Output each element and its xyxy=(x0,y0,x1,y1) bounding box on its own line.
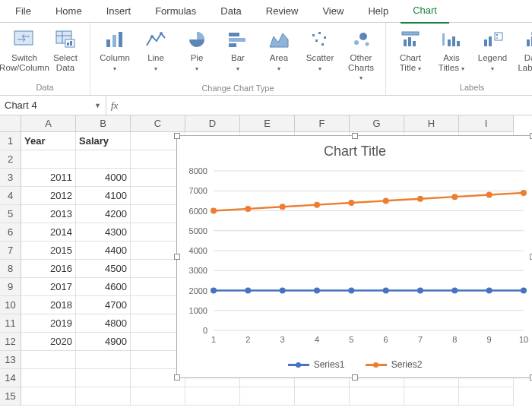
cell[interactable] xyxy=(459,387,514,406)
cell[interactable]: 2017 xyxy=(21,278,76,296)
menu-item-view[interactable]: View xyxy=(310,0,356,23)
cell[interactable]: 4100 xyxy=(76,187,131,205)
legend-button[interactable]: Legend▾ xyxy=(473,24,512,72)
column-header[interactable]: H xyxy=(404,115,459,132)
embedded-chart[interactable]: Chart Title 0100020003000400050006000700… xyxy=(176,135,532,378)
chart-type-area-button[interactable]: Area▾ xyxy=(259,24,299,82)
cell[interactable] xyxy=(350,387,404,406)
menu-item-review[interactable]: Review xyxy=(254,0,311,23)
menu-item-chart[interactable]: Chart xyxy=(401,0,449,24)
column-header[interactable]: B xyxy=(76,115,131,132)
name-box[interactable]: Chart 4 ▼ xyxy=(0,96,106,115)
cell[interactable] xyxy=(131,387,185,406)
column-header[interactable]: I xyxy=(459,115,514,132)
select-all-corner[interactable] xyxy=(0,115,21,132)
row-header[interactable]: 8 xyxy=(0,260,21,278)
cell[interactable] xyxy=(295,387,350,406)
column-header[interactable]: G xyxy=(350,115,404,132)
row-header[interactable]: 6 xyxy=(0,223,21,242)
menu-item-file[interactable]: File xyxy=(3,0,43,23)
switch-row-column-button[interactable]: SwitchRow/Column xyxy=(5,24,44,72)
chart-type-scatter-button[interactable]: Scatter▾ xyxy=(300,24,340,82)
cell[interactable]: 2015 xyxy=(21,242,76,260)
axis-titles-icon xyxy=(439,27,464,52)
cell[interactable]: 2018 xyxy=(21,296,76,314)
cell[interactable]: 2011 xyxy=(21,169,76,187)
cell[interactable] xyxy=(240,387,295,406)
row-header[interactable]: 3 xyxy=(0,169,21,187)
cell[interactable]: 2016 xyxy=(21,260,76,278)
cell[interactable]: 4600 xyxy=(76,278,131,296)
cell[interactable]: 4000 xyxy=(76,169,131,187)
row-header[interactable]: 14 xyxy=(0,369,21,387)
cell[interactable] xyxy=(76,351,131,369)
chart-title[interactable]: Chart Title xyxy=(177,136,532,164)
cell[interactable] xyxy=(21,369,76,387)
cell[interactable] xyxy=(185,387,240,406)
cell[interactable]: 4300 xyxy=(76,223,131,242)
chart-legend[interactable]: Series1 Series2 xyxy=(177,358,532,371)
cell[interactable] xyxy=(21,351,76,369)
cell[interactable]: Year xyxy=(21,132,76,150)
cell[interactable]: 4700 xyxy=(76,296,131,314)
menu-item-home[interactable]: Home xyxy=(43,0,94,23)
chart-type-other-button[interactable]: OtherCharts▾ xyxy=(341,24,381,82)
data-labels-button[interactable]: DataLabels ▾ xyxy=(514,24,532,72)
svg-point-81 xyxy=(280,204,286,210)
cell[interactable]: 4800 xyxy=(76,314,131,333)
resize-handle[interactable] xyxy=(174,374,180,381)
cell[interactable] xyxy=(404,387,459,406)
resize-handle[interactable] xyxy=(352,133,358,139)
cell[interactable]: 4900 xyxy=(76,333,131,351)
column-header[interactable]: F xyxy=(295,115,350,132)
cell[interactable]: 4500 xyxy=(76,260,131,278)
column-header[interactable]: D xyxy=(185,115,240,132)
chart-type-bar-button[interactable]: Bar▾ xyxy=(218,24,258,82)
cell[interactable] xyxy=(76,387,131,406)
row-header[interactable]: 11 xyxy=(0,314,21,333)
cell[interactable] xyxy=(21,150,76,169)
column-header[interactable]: C xyxy=(131,115,185,132)
select-data-button[interactable]: SelectData xyxy=(46,24,85,72)
menu-item-help[interactable]: Help xyxy=(356,0,401,23)
cell[interactable]: 2019 xyxy=(21,314,76,333)
cell[interactable]: 2020 xyxy=(21,333,76,351)
row-header[interactable]: 1 xyxy=(0,132,21,150)
svg-text:1000: 1000 xyxy=(189,306,207,315)
column-header[interactable]: A xyxy=(21,115,76,132)
cell[interactable]: 2012 xyxy=(21,187,76,205)
chart-type-column-button[interactable]: Column▾ xyxy=(95,24,135,82)
fx-icon[interactable]: fx xyxy=(111,99,118,112)
row-header[interactable]: 10 xyxy=(0,296,21,314)
row-header[interactable]: 4 xyxy=(0,187,21,205)
column-header[interactable]: E xyxy=(240,115,295,132)
row-header[interactable]: 15 xyxy=(0,387,21,406)
menu-item-data[interactable]: Data xyxy=(208,0,253,23)
cell[interactable]: 4400 xyxy=(76,242,131,260)
row-header[interactable]: 12 xyxy=(0,333,21,351)
row-header[interactable]: 2 xyxy=(0,150,21,169)
chart-plot-area[interactable]: 0100020003000400050006000700080001234567… xyxy=(214,171,524,330)
cell[interactable] xyxy=(76,369,131,387)
axis-titles-button[interactable]: AxisTitles ▾ xyxy=(432,24,471,72)
chart-type-pie-button[interactable]: Pie▾ xyxy=(177,24,217,82)
cell[interactable] xyxy=(76,150,131,169)
cell[interactable]: 2013 xyxy=(21,205,76,223)
chart-title-button[interactable]: ChartTitle ▾ xyxy=(391,24,430,72)
legend-icon xyxy=(480,27,505,52)
resize-handle[interactable] xyxy=(352,374,358,381)
resize-handle[interactable] xyxy=(174,254,180,260)
resize-handle[interactable] xyxy=(174,133,180,139)
row-header[interactable]: 7 xyxy=(0,242,21,260)
chart-type-line-button[interactable]: Line▾ xyxy=(136,24,176,82)
cell[interactable] xyxy=(21,387,76,406)
row-header[interactable]: 9 xyxy=(0,278,21,296)
menu-item-insert[interactable]: Insert xyxy=(94,0,144,23)
row-header[interactable]: 5 xyxy=(0,205,21,223)
cell[interactable]: 2014 xyxy=(21,223,76,242)
formula-input[interactable] xyxy=(122,98,527,113)
cell[interactable]: Salary xyxy=(76,132,131,150)
menu-item-formulas[interactable]: Formulas xyxy=(143,0,208,23)
cell[interactable]: 4200 xyxy=(76,205,131,223)
row-header[interactable]: 13 xyxy=(0,351,21,369)
